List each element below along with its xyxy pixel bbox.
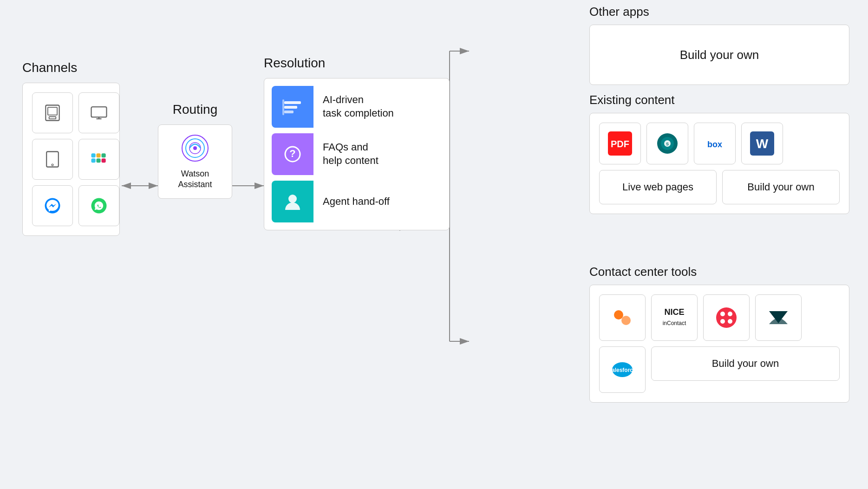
contact-center-section: Contact center tools NICEinContact — [589, 265, 849, 403]
ai-task-icon — [281, 95, 305, 119]
zendesk-icon — [765, 305, 791, 331]
cc-build-your-own-box: Build your own — [651, 346, 840, 381]
box-icon-box: box — [694, 123, 736, 164]
other-apps-box: Build your own — [589, 25, 849, 85]
word-icon: W — [750, 131, 774, 156]
existing-content-section: Existing content PDF S — [589, 93, 849, 214]
whatsapp-icon — [89, 196, 109, 216]
word-icon-box: W — [741, 123, 783, 164]
resolution-item-ai: AI-driventask completion — [272, 86, 442, 128]
svg-text:W: W — [756, 137, 769, 151]
svg-text:salesforce: salesforce — [609, 367, 635, 373]
cc-icon-zendesk — [755, 294, 802, 341]
svg-rect-21 — [91, 153, 96, 157]
faq-icon: ? — [281, 142, 305, 166]
live-web-pages-text: Live web pages — [622, 181, 693, 193]
contact-center-label: Contact center tools — [589, 265, 849, 279]
existing-icon-row-1: PDF S box — [599, 123, 840, 164]
svg-rect-23 — [97, 153, 101, 157]
cc-icon-row: NICEinContact — [599, 294, 840, 341]
watson-icon — [180, 133, 210, 163]
twilio-icon — [713, 305, 739, 331]
svg-point-50 — [716, 307, 737, 328]
cc-icon-genesys — [599, 294, 646, 341]
contact-center-grid: NICEinContact — [589, 285, 849, 403]
genesys-icon — [609, 305, 635, 331]
svg-text:S: S — [666, 142, 669, 146]
nice-text: NICEinContact — [663, 307, 686, 327]
agent-text: Agent hand-off — [313, 195, 399, 209]
svg-rect-22 — [97, 158, 101, 163]
routing-section: Routing WatsonAssistant — [158, 102, 232, 199]
svg-text:box: box — [707, 140, 722, 149]
live-web-pages-box: Live web pages — [599, 170, 717, 204]
svg-point-52 — [728, 312, 732, 316]
svg-point-49 — [621, 316, 631, 325]
svg-rect-13 — [48, 107, 57, 115]
phone-icon — [42, 103, 63, 123]
adobe-pdf-icon-box: PDF — [599, 123, 641, 164]
svg-point-54 — [728, 319, 732, 324]
channel-slack — [78, 139, 119, 180]
resolution-section: Resolution AI-driventask completion — [264, 56, 450, 230]
faq-icon-area: ? — [272, 133, 313, 175]
agent-icon — [281, 189, 305, 214]
adobe-pdf-icon: PDF — [608, 131, 632, 156]
svg-rect-25 — [102, 153, 106, 157]
svg-rect-33 — [284, 106, 297, 109]
resolution-box: AI-driventask completion ? FAQs andhelp … — [264, 78, 450, 230]
channel-monitor — [78, 92, 119, 133]
svg-point-53 — [720, 319, 725, 324]
svg-point-51 — [720, 312, 725, 316]
other-apps-section: Other apps Build your own — [589, 5, 849, 85]
cc-bottom-row: salesforce Build your own — [599, 346, 840, 393]
other-apps-label: Other apps — [589, 5, 849, 19]
channels-section: Channels — [22, 60, 120, 236]
svg-text:PDF: PDF — [611, 139, 629, 149]
svg-point-38 — [288, 195, 297, 203]
svg-rect-15 — [91, 107, 107, 117]
svg-rect-32 — [284, 101, 301, 104]
cc-icon-twilio — [703, 294, 750, 341]
svg-point-48 — [614, 310, 623, 319]
channels-label: Channels — [22, 60, 120, 75]
tablet-icon — [42, 149, 63, 170]
faq-text: FAQs andhelp content — [313, 141, 388, 167]
svg-rect-14 — [49, 117, 56, 119]
other-apps-build-text: Build your own — [680, 48, 759, 62]
slack-icon — [89, 149, 109, 170]
cc-icon-salesforce: salesforce — [599, 346, 646, 393]
routing-label: Routing — [158, 102, 232, 117]
salesforce-icon: salesforce — [609, 357, 635, 383]
existing-content-grid: PDF S box — [589, 113, 849, 214]
svg-rect-34 — [284, 111, 294, 113]
monitor-icon — [89, 103, 109, 123]
agent-icon-area — [272, 181, 313, 222]
cc-icon-nice: NICEinContact — [651, 294, 698, 341]
resolution-item-agent: Agent hand-off — [272, 181, 442, 222]
ai-task-text: AI-driventask completion — [313, 93, 403, 120]
cc-build-text: Build your own — [712, 358, 779, 370]
svg-rect-35 — [282, 99, 284, 115]
sharepoint-icon-box: S — [646, 123, 688, 164]
existing-content-label: Existing content — [589, 93, 849, 107]
box-icon: box — [703, 131, 727, 156]
existing-build-text: Build your own — [747, 181, 814, 193]
sharepoint-icon: S — [655, 131, 679, 156]
channels-grid — [22, 83, 120, 236]
watson-label: WatsonAssistant — [178, 169, 212, 190]
diagram-container: Channels — [0, 0, 868, 489]
svg-rect-18 — [46, 152, 59, 167]
resolution-item-faq: ? FAQs andhelp content — [272, 133, 442, 175]
svg-point-31 — [193, 146, 197, 150]
ai-icon-area — [272, 86, 313, 128]
channel-messenger — [32, 185, 73, 226]
channel-tablet — [32, 139, 73, 180]
resolution-label: Resolution — [264, 56, 450, 71]
existing-text-row: Live web pages Build your own — [599, 170, 840, 204]
svg-rect-20 — [91, 158, 96, 163]
channel-whatsapp — [78, 185, 119, 226]
watson-box: WatsonAssistant — [158, 124, 232, 199]
channel-phone — [32, 92, 73, 133]
svg-point-19 — [52, 164, 53, 166]
